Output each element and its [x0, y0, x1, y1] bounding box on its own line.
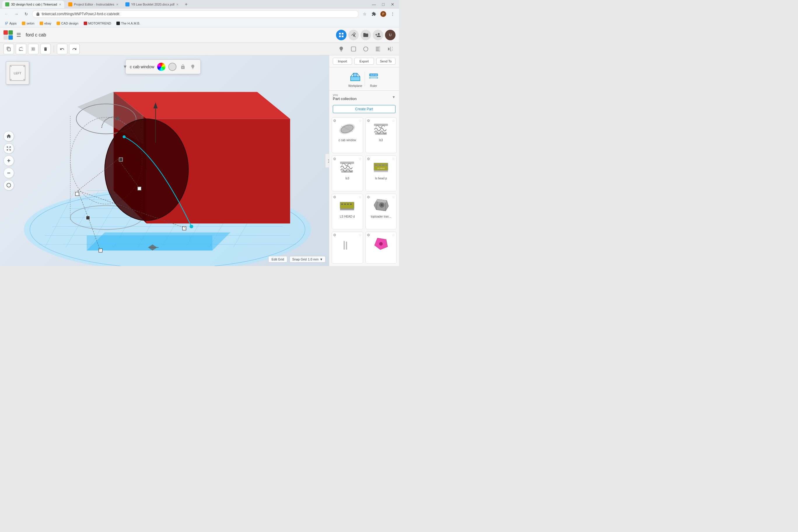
- part-settings-icon-8[interactable]: ⚙: [367, 233, 370, 237]
- bookmark-motortrend[interactable]: MOTORTREND: [81, 21, 113, 26]
- collection-dropdown-button[interactable]: ▼: [392, 95, 396, 99]
- align-button[interactable]: [373, 44, 383, 54]
- shape-view1-button[interactable]: [348, 44, 359, 54]
- popup-collapse-arrow[interactable]: ▼: [123, 64, 128, 70]
- forward-button[interactable]: →: [12, 10, 20, 18]
- workplane-tool[interactable]: Workplane: [348, 70, 362, 88]
- svg-text:LS HEAD: LS HEAD: [377, 167, 385, 169]
- grid-view-button[interactable]: [336, 30, 346, 40]
- part-favorite-icon-8[interactable]: ☆: [392, 233, 395, 237]
- bookmark-apps-label: Apps: [10, 22, 17, 25]
- svg-point-1: [364, 47, 368, 51]
- workplane-svg: [349, 71, 361, 82]
- viewport[interactable]: LEFT: [0, 55, 329, 266]
- bookmark-hamb[interactable]: The H.A.M.B.: [114, 21, 142, 26]
- solid-color-button[interactable]: [168, 63, 176, 71]
- minimize-button[interactable]: —: [370, 0, 378, 8]
- user-avatar[interactable]: U: [385, 30, 396, 40]
- close-button[interactable]: ✕: [388, 0, 397, 8]
- panel-tools: Workplane: [329, 68, 399, 91]
- shape-view2-button[interactable]: [361, 44, 371, 54]
- part-settings-icon-4[interactable]: ⚙: [367, 157, 370, 161]
- address-bar[interactable]: tinkercad.com/things/ItNPTvPowcJ-ford-c-…: [32, 10, 359, 18]
- hamburger-menu[interactable]: ☰: [16, 32, 21, 38]
- tab-close-instructables[interactable]: ✕: [116, 3, 118, 6]
- undo-button[interactable]: [57, 44, 68, 54]
- part-thumb-svg-7: [338, 235, 357, 251]
- tab-tinkercad[interactable]: 3D design ford c cab | Tinkercad ✕: [2, 1, 64, 8]
- tab-pdf[interactable]: Y8 Law Booklet 2020.docx.pdf ✕: [122, 1, 182, 8]
- bookmark-seton[interactable]: seton: [20, 21, 37, 26]
- panel-collapse-button[interactable]: ❯: [325, 154, 329, 168]
- shape-name-label: c cab window: [130, 64, 154, 69]
- app-area: ☰ ford c cab: [0, 27, 399, 266]
- tab-instructables[interactable]: Project Editor - Instructables ✕: [65, 1, 121, 8]
- create-part-button[interactable]: Create Part: [333, 105, 396, 113]
- light-icon: [338, 46, 344, 52]
- send-to-button[interactable]: Send To: [376, 58, 396, 65]
- delete-button[interactable]: [40, 44, 51, 54]
- add-user-button[interactable]: [373, 30, 383, 40]
- back-button[interactable]: ←: [2, 10, 11, 18]
- part-favorite-icon-4[interactable]: ☆: [392, 157, 395, 161]
- browser-titlebar: 3D design ford c cab | Tinkercad ✕ Proje…: [0, 0, 399, 9]
- tab-close-pdf[interactable]: ✕: [176, 3, 178, 6]
- new-tab-button[interactable]: +: [183, 1, 190, 8]
- browser-action-icons: ☆ P ⋮: [361, 10, 397, 18]
- import-button[interactable]: Import: [333, 58, 352, 65]
- hole-toggle-icon[interactable]: [179, 63, 186, 70]
- redo-button[interactable]: [69, 44, 80, 54]
- part-name-2: ls3: [379, 138, 383, 142]
- color-picker-button[interactable]: [157, 63, 165, 71]
- svg-rect-86: [382, 165, 384, 166]
- part-card-extra2: ⚙ ☆: [365, 232, 397, 264]
- refresh-button[interactable]: ↻: [22, 10, 30, 18]
- mirror-button[interactable]: [385, 44, 396, 54]
- part-favorite-icon-1[interactable]: ☆: [359, 119, 362, 123]
- tab-close-tinkercad[interactable]: ✕: [59, 3, 61, 6]
- part-settings-icon-1[interactable]: ⚙: [333, 119, 336, 123]
- snap-grid-label: Snap Grid: [292, 258, 307, 261]
- part-card-ls3-1: ⚙ ☆: [365, 117, 397, 153]
- part-thumb-6: [371, 196, 391, 214]
- ruler-tool[interactable]: Ruler: [367, 70, 380, 88]
- part-favorite-icon-5[interactable]: ☆: [359, 195, 362, 199]
- part-settings-icon-3[interactable]: ⚙: [333, 157, 336, 161]
- bookmark-ebay[interactable]: ebay: [37, 21, 54, 26]
- edit-grid-button[interactable]: Edit Grid: [268, 256, 287, 263]
- lock-icon: [36, 12, 40, 16]
- group-button[interactable]: [28, 44, 38, 54]
- visible-toggle-icon[interactable]: [189, 63, 196, 70]
- profile-icon[interactable]: P: [379, 10, 387, 18]
- part-thumb-3: [337, 158, 358, 176]
- part-favorite-icon-2[interactable]: ☆: [392, 119, 395, 123]
- export-button[interactable]: Export: [354, 58, 374, 65]
- part-settings-icon-6[interactable]: ⚙: [367, 195, 370, 199]
- part-favorite-icon-3[interactable]: ☆: [359, 157, 362, 161]
- svg-rect-51: [99, 248, 102, 252]
- tab-label-pdf: Y8 Law Booklet 2020.docx.pdf: [131, 3, 175, 6]
- part-settings-icon-7[interactable]: ⚙: [333, 233, 336, 237]
- part-settings-icon-5[interactable]: ⚙: [333, 195, 336, 199]
- part-favorite-icon-7[interactable]: ☆: [359, 233, 362, 237]
- bookmark-cad-label: CAD design: [61, 22, 78, 25]
- part-thumb-svg-5: [338, 197, 357, 213]
- bookmarks-bar: Apps seton ebay CAD design MOTORTREND Th…: [0, 19, 399, 27]
- copy-button[interactable]: [3, 44, 14, 54]
- maximize-button[interactable]: □: [379, 0, 387, 8]
- folder-button[interactable]: [361, 30, 371, 40]
- snap-grid-dropdown[interactable]: ▼: [320, 258, 323, 261]
- bookmark-cad[interactable]: CAD design: [54, 21, 81, 26]
- part-settings-icon-2[interactable]: ⚙: [367, 119, 370, 123]
- add-user-icon: [375, 32, 381, 38]
- logo-cell-gray: [3, 35, 8, 40]
- shape-popup: ▼ c cab window: [126, 59, 201, 74]
- bookmark-apps[interactable]: Apps: [2, 21, 19, 26]
- extensions-icon[interactable]: [370, 10, 378, 18]
- star-icon[interactable]: ☆: [361, 10, 369, 18]
- part-favorite-icon-6[interactable]: ☆: [392, 195, 395, 199]
- build-button[interactable]: [348, 30, 359, 40]
- menu-icon[interactable]: ⋮: [388, 10, 397, 18]
- light-button[interactable]: [336, 44, 346, 54]
- clone-button[interactable]: [16, 44, 26, 54]
